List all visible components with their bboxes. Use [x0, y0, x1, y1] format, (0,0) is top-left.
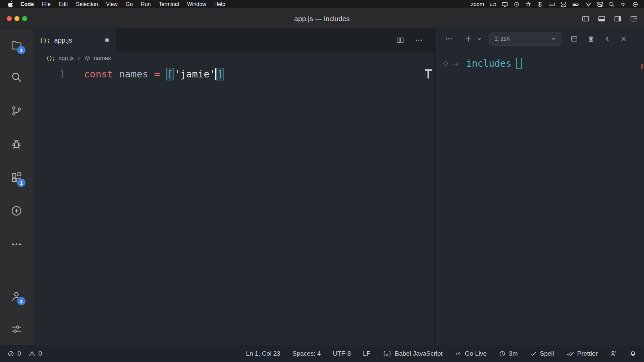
status-bar-right: Ln 1, Col 23 Spaces: 4 UTF-8 LF {⊗} Babe…	[246, 350, 637, 357]
new-terminal-dropdown-icon[interactable]	[477, 37, 482, 42]
check-icon	[530, 350, 537, 357]
apple-menu-icon[interactable]	[5, 1, 16, 8]
menu-bar-status-area: zoom	[471, 1, 639, 8]
more-views-icon[interactable]	[8, 236, 24, 252]
menu-item-window[interactable]: Window	[183, 0, 210, 8]
accounts-badge: 1	[17, 297, 25, 305]
new-terminal-icon[interactable]	[464, 35, 472, 43]
errors-indicator: 0	[7, 350, 21, 357]
clock-icon	[499, 350, 506, 357]
prettier[interactable]: Prettier	[566, 350, 598, 357]
prompt-arrow: →	[452, 58, 458, 69]
notifications-bell-icon[interactable]	[629, 350, 637, 357]
broadcast-icon	[455, 350, 462, 357]
split-editor-icon[interactable]	[396, 36, 404, 44]
shell-selector-label: 1: zsh	[494, 36, 509, 42]
terminal-scrollbar-mark[interactable]	[641, 64, 643, 69]
modified-indicator[interactable]	[105, 38, 109, 42]
menu-app-name[interactable]: Code	[16, 0, 38, 8]
volume-icon[interactable]	[620, 1, 627, 8]
menu-item-run[interactable]: Run	[137, 0, 155, 8]
search-sidebar-icon[interactable]	[8, 69, 24, 85]
code-area[interactable]: 1 const names = [ 'jamie' ]	[33, 65, 434, 82]
menu-item-terminal[interactable]: Terminal	[155, 0, 183, 8]
accounts-icon[interactable]: 1	[8, 288, 24, 304]
split-terminal-icon[interactable]	[570, 35, 578, 43]
settings-sliders-icon[interactable]	[8, 321, 24, 337]
minimize-window-button[interactable]	[14, 16, 19, 21]
layout-controls	[582, 8, 638, 29]
explorer-badge: 1	[17, 46, 25, 54]
cursor-position[interactable]: Ln 1, Col 23	[246, 350, 280, 357]
chevron-down-icon	[551, 36, 556, 42]
battery-icon[interactable]	[572, 1, 580, 8]
error-icon	[7, 350, 14, 357]
terminal-panel: 1: zsh → includes	[434, 29, 644, 345]
record-icon[interactable]	[513, 1, 520, 8]
panel-chevron-left-icon[interactable]	[604, 35, 611, 43]
paw-app-icon[interactable]	[525, 1, 532, 8]
terminal-command: includes	[466, 58, 512, 69]
live-share-person-icon[interactable]	[610, 350, 617, 357]
wifi-icon[interactable]	[585, 1, 592, 8]
language-mode-label: Babel JavaScript	[395, 350, 443, 357]
terminal-prompt-line: → includes	[443, 56, 644, 70]
menu-item-go[interactable]: Go	[122, 0, 137, 8]
camera-icon[interactable]	[490, 1, 496, 8]
spell-checker[interactable]: Spell	[530, 350, 554, 357]
search-icon[interactable]	[608, 1, 615, 8]
indentation[interactable]: Spaces: 4	[292, 350, 321, 357]
breadcrumb: (); app.js names	[33, 52, 434, 65]
menu-items: File Edit Selection View Go Run Terminal…	[38, 0, 229, 8]
breadcrumb-file[interactable]: app.js	[58, 55, 73, 62]
siri-icon[interactable]	[632, 1, 639, 8]
eol-sequence[interactable]: LF	[363, 350, 370, 357]
toggle-panel-icon[interactable]	[598, 15, 606, 23]
explorer-icon[interactable]: 1	[8, 37, 24, 53]
customize-layout-icon[interactable]	[630, 15, 638, 23]
window-stack-icon[interactable]	[560, 1, 567, 8]
code-text: const names = [ 'jamie' ]	[84, 68, 224, 80]
source-control-icon[interactable]	[8, 103, 24, 119]
run-debug-icon[interactable]	[8, 136, 24, 153]
encoding[interactable]: UTF-8	[333, 350, 351, 357]
go-live[interactable]: Go Live	[455, 350, 487, 357]
token-keyword: const	[84, 68, 113, 80]
chevron-right-icon	[76, 56, 81, 61]
window-title-bar: app.js — includes	[0, 8, 644, 29]
extensions-icon[interactable]: 1	[8, 170, 24, 186]
terminal-header: 1: zsh	[435, 29, 644, 49]
zoom-app-label[interactable]: zoom	[471, 1, 484, 7]
language-mode[interactable]: {⊗} Babel JavaScript	[382, 350, 442, 357]
kill-terminal-icon[interactable]	[587, 35, 595, 43]
tab-app-js[interactable]: (); app.js	[33, 29, 116, 52]
shell-selector[interactable]: 1: zsh	[489, 33, 561, 46]
keyboard-icon[interactable]	[548, 1, 555, 8]
vscode-window: { "colors": { "badge_blue": "#3c7ed8", "…	[0, 0, 644, 362]
close-panel-icon[interactable]	[620, 35, 627, 43]
more-actions-icon[interactable]	[415, 36, 423, 44]
breadcrumb-symbol[interactable]: names	[94, 55, 111, 62]
close-window-button[interactable]	[7, 16, 12, 21]
terminal-body[interactable]: → includes	[435, 49, 644, 70]
minimap[interactable]	[424, 68, 432, 79]
command-decoration-icon[interactable]	[443, 61, 448, 66]
terminal-more-icon[interactable]	[445, 35, 453, 43]
token-string: 'jamie'	[174, 68, 215, 80]
thunder-client-icon[interactable]	[8, 203, 24, 219]
play-circle-icon[interactable]	[537, 1, 543, 8]
tab-label: app.js	[54, 37, 72, 44]
toggle-primary-sidebar-icon[interactable]	[582, 15, 590, 23]
control-center-icon[interactable]	[597, 1, 603, 8]
menu-item-file[interactable]: File	[38, 0, 55, 8]
menu-item-help[interactable]: Help	[210, 0, 229, 8]
problems-indicator[interactable]: 0 0	[7, 350, 42, 357]
display-icon[interactable]	[501, 1, 508, 8]
symbol-cube-icon	[84, 55, 91, 62]
toggle-secondary-sidebar-icon[interactable]	[614, 15, 622, 23]
timer[interactable]: 3m	[499, 350, 518, 357]
menu-item-selection[interactable]: Selection	[72, 0, 102, 8]
menu-item-edit[interactable]: Edit	[55, 0, 72, 8]
menu-item-view[interactable]: View	[102, 0, 121, 8]
zoom-window-button[interactable]	[22, 16, 27, 21]
